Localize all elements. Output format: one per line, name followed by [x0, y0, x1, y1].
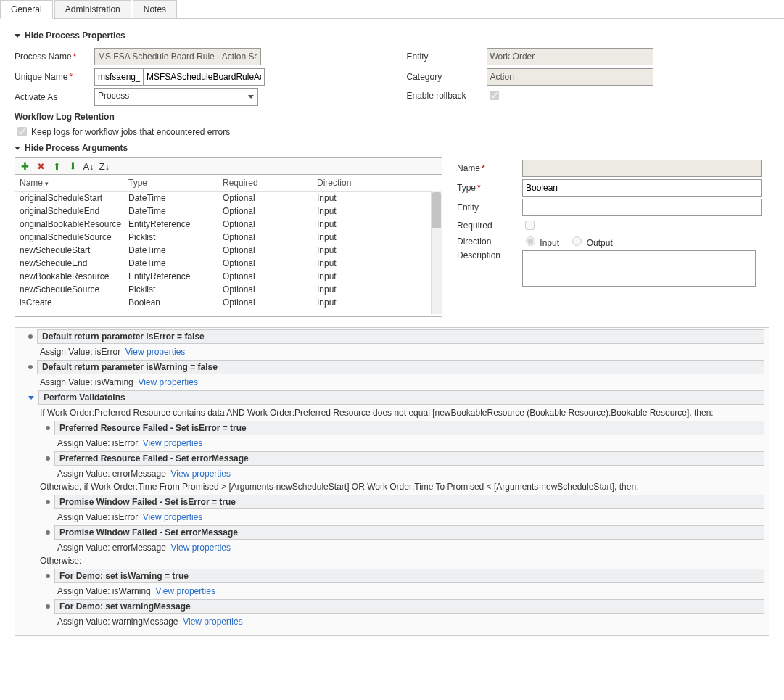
- table-row[interactable]: originalBookableResourceEntityReferenceO…: [15, 218, 442, 231]
- argform-type-label: Type: [457, 183, 476, 193]
- table-row[interactable]: originalScheduleEndDateTimeOptionalInput: [15, 205, 442, 218]
- step-assign-text: Assign Value: isError: [40, 347, 120, 357]
- args-grid[interactable]: Name Type Required Direction originalSch…: [15, 174, 442, 317]
- step-bullet-icon: [46, 604, 50, 609]
- step-title[interactable]: Preferred Resource Failed - Set errorMes…: [54, 451, 764, 466]
- argform-name-label: Name: [457, 163, 480, 173]
- table-row[interactable]: newScheduleSourcePicklistOptionalInput: [15, 283, 442, 296]
- step-title[interactable]: Preferred Resource Failed - Set isError …: [54, 421, 764, 435]
- view-properties-link[interactable]: View properties: [171, 469, 231, 479]
- rollback-checkbox[interactable]: [490, 91, 499, 100]
- log-retention-label: Keep logs for workflow jobs that encount…: [31, 127, 230, 137]
- step-title[interactable]: Default return parameter isError = false: [37, 329, 764, 344]
- delete-icon[interactable]: ✖: [35, 160, 46, 172]
- unique-name-input[interactable]: [143, 68, 265, 86]
- step-assign-text: Assign Value: isError: [57, 512, 138, 522]
- step-assign-text: Assign Value: errorMessage: [57, 469, 166, 479]
- col-required[interactable]: Required: [223, 178, 317, 188]
- table-row[interactable]: originalScheduleSourcePicklistOptionalIn…: [15, 231, 442, 244]
- condition-text: Otherwise:: [15, 554, 769, 567]
- table-row[interactable]: newBookableResourceEntityReferenceOption…: [15, 270, 442, 283]
- rollback-label: Enable rollback: [407, 91, 487, 101]
- log-retention-heading: Workflow Log Retention: [15, 112, 378, 122]
- step-bullet-icon: [28, 365, 33, 369]
- category-label: Category: [407, 72, 487, 82]
- step-bullet-icon: [46, 456, 50, 461]
- step-bullet-icon: [46, 530, 50, 535]
- activate-as-select[interactable]: Process: [94, 88, 258, 106]
- move-up-icon[interactable]: ⬆: [51, 160, 62, 172]
- argform-direction-label: Direction: [457, 236, 522, 247]
- step-assign-text: Assign Value: isError: [57, 438, 138, 448]
- process-name-input[interactable]: [94, 48, 261, 65]
- sort-desc-icon[interactable]: Z↓: [99, 160, 110, 172]
- step-title[interactable]: Perform Validatoins: [38, 390, 764, 405]
- step-title[interactable]: For Demo: set warningMessage: [54, 599, 764, 614]
- workflow-steps: Default return parameter isError = false…: [15, 327, 769, 636]
- step-title[interactable]: Default return parameter isWarning = fal…: [37, 360, 764, 374]
- step-assign-text: Assign Value: isWarning: [40, 377, 133, 387]
- step-title[interactable]: For Demo: set isWarning = true: [54, 569, 764, 583]
- condition-text: If Work Order:Preferred Resource contain…: [15, 406, 769, 419]
- direction-input-radio[interactable]: Input: [522, 238, 559, 248]
- activate-as-label: Activate As: [15, 92, 94, 102]
- step-bullet-icon: [46, 426, 50, 430]
- tab-administration[interactable]: Administration: [54, 0, 131, 19]
- log-retention-checkbox[interactable]: [17, 127, 27, 136]
- toggle-process-properties[interactable]: Hide Process Properties: [15, 30, 769, 41]
- argform-type-select[interactable]: [522, 179, 762, 197]
- condition-text: Otherwise, if Work Order:Time From Promi…: [15, 480, 769, 493]
- scrollbar-thumb[interactable]: [432, 192, 441, 228]
- argform-entity-label: Entity: [457, 202, 522, 213]
- step-assign-text: Assign Value: errorMessage: [57, 543, 166, 553]
- view-properties-link[interactable]: View properties: [138, 377, 198, 387]
- col-direction[interactable]: Direction: [317, 178, 389, 188]
- table-row[interactable]: newScheduleEndDateTimeOptionalInput: [15, 257, 442, 270]
- toggle-process-arguments[interactable]: Hide Process Arguments: [15, 143, 769, 153]
- step-assign-text: Assign Value: isWarning: [57, 586, 151, 596]
- step-assign-text: Assign Value: warningMessage: [57, 617, 178, 627]
- step-title[interactable]: Promise Window Failed - Set isError = tr…: [54, 495, 764, 509]
- tab-general[interactable]: General: [0, 0, 53, 19]
- unique-prefix-input[interactable]: [94, 68, 144, 86]
- tabs: General Administration Notes: [0, 0, 784, 19]
- add-icon[interactable]: ✚: [19, 160, 30, 172]
- view-properties-link[interactable]: View properties: [183, 617, 243, 627]
- view-properties-link[interactable]: View properties: [143, 512, 203, 522]
- col-type[interactable]: Type: [128, 178, 223, 188]
- direction-output-radio[interactable]: Output: [569, 238, 612, 248]
- step-title[interactable]: Promise Window Failed - Set errorMessage: [54, 525, 764, 540]
- argform-description-label: Description: [457, 250, 522, 260]
- view-properties-link[interactable]: View properties: [125, 347, 186, 357]
- entity-label: Entity: [407, 52, 487, 62]
- table-row[interactable]: newScheduleStartDateTimeOptionalInput: [15, 244, 442, 257]
- col-name[interactable]: Name: [20, 178, 128, 188]
- table-row[interactable]: originalScheduleStartDateTimeOptionalInp…: [15, 192, 442, 205]
- view-properties-link[interactable]: View properties: [155, 586, 215, 596]
- argform-required-checkbox[interactable]: [525, 221, 535, 230]
- step-bullet-icon: [28, 334, 33, 339]
- unique-name-label: Unique Name: [15, 72, 67, 82]
- argform-required-label: Required: [457, 221, 522, 231]
- args-toolbar: ✚ ✖ ⬆ ⬇ A↓ Z↓: [15, 157, 442, 174]
- entity-input: [487, 48, 653, 65]
- expand-icon[interactable]: [28, 396, 34, 400]
- argform-name-input[interactable]: [522, 160, 762, 177]
- step-bullet-icon: [46, 574, 50, 578]
- caret-down-icon: [15, 147, 20, 150]
- view-properties-link[interactable]: View properties: [143, 438, 203, 448]
- move-down-icon[interactable]: ⬇: [67, 160, 78, 172]
- process-name-label: Process Name: [15, 52, 72, 62]
- table-row[interactable]: isCreateBooleanOptionalInput: [15, 296, 442, 309]
- argform-description[interactable]: [522, 250, 756, 287]
- argform-entity-select[interactable]: [522, 199, 762, 216]
- category-input: [487, 68, 653, 86]
- tab-notes[interactable]: Notes: [133, 0, 177, 19]
- sort-asc-icon[interactable]: A↓: [83, 160, 94, 172]
- view-properties-link[interactable]: View properties: [171, 543, 231, 553]
- caret-down-icon: [15, 34, 20, 38]
- step-bullet-icon: [46, 500, 50, 504]
